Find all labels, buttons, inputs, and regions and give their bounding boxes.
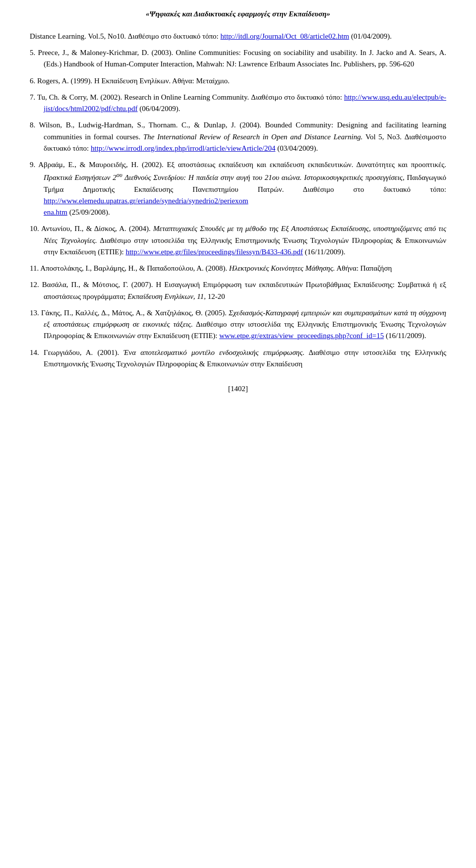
ref-14-num: 14. — [30, 348, 44, 356]
ref-13-pre: Γάκης, Π., Καλλές, Δ., Μάτος, Α., & Χατζ… — [41, 309, 229, 317]
ref-10-after: (16/11/2009). — [303, 248, 345, 256]
ref-8-after: (03/04/2009). — [275, 144, 318, 152]
ref-8-num: 8. — [30, 121, 39, 129]
ref-6-num: 6. — [30, 77, 37, 85]
ref-9-after: (25/09/2008). — [67, 208, 110, 216]
ref-5-num: 5. — [30, 49, 38, 57]
ref-13-after: (16/11/2009). — [384, 332, 426, 340]
ref-intro: Distance Learning. Vol.5, No10. Διαθέσιμ… — [30, 30, 446, 42]
ref-13-num: 13. — [30, 309, 41, 317]
ref-13-link[interactable]: www.etpe.gr/extras/view_proceedings.php?… — [219, 332, 384, 340]
ref-7-pre: Tu, Ch. & Corry, M. (2002). Research in … — [37, 93, 344, 101]
ref-11-num: 11. — [30, 264, 40, 272]
ref-11-pre: Αποστολάκης, Ι., Βαρλάμης, Η., & Παπαδοπ… — [40, 264, 229, 272]
ref-intro-link[interactable]: http://itdl.org/Journal/Oct_08/article02… — [221, 32, 350, 40]
ref-5-text: Preece, J., & Maloney-Krichmar, D. (2003… — [38, 49, 446, 68]
ref-intro-text: Distance Learning. Vol.5, No10. Διαθέσιμ… — [30, 32, 221, 40]
ref-10-pre: Αντωνίου, Π., & Δίσκος, Α. (2004). — [41, 225, 153, 232]
ref-9-italic: Πρακτικά Εισηγήσεων 2ου Διεθνούς Συνεδρί… — [44, 174, 405, 181]
main-content: Distance Learning. Vol.5, No10. Διαθέσιμ… — [30, 30, 446, 370]
page-number: [1402] — [228, 385, 248, 393]
ref-item-12: 12. Βασάλα, Π., & Μότσιος, Γ. (2007). Η … — [30, 279, 446, 302]
ref-7-num: 7. — [30, 93, 37, 101]
ref-11-italic: Ηλεκτρονικές Κοινότητες Μάθησης. — [229, 264, 335, 272]
ref-14-italic: Ένα αποτελεσματικό μοντέλο ενδοσχολικής … — [123, 348, 304, 356]
ref-item-8: 8. Wilson, B., Ludwig-Hardman, S., Thorn… — [30, 119, 446, 154]
ref-10-link[interactable]: http://www.etpe.gr/files/proceedings/fil… — [125, 248, 303, 256]
ref-12-pre: Βασάλα, Π., & Μότσιος, Γ. (2007). Η Εισα… — [42, 281, 446, 300]
ref-item-14: 14. Γεωργιάδου, Α. (2001). Ένα αποτελεσμ… — [30, 347, 446, 370]
ref-item-11: 11. Αποστολάκης, Ι., Βαρλάμης, Η., & Παπ… — [30, 263, 446, 274]
ref-item-7: 7. Tu, Ch. & Corry, M. (2002). Research … — [30, 92, 446, 115]
page-header: «Ψηφιακές και Διαδικτυακές εφαρμογές στη… — [30, 10, 446, 18]
ref-8-link[interactable]: http://www.irrodl.org/index.php/irrodl/a… — [91, 144, 275, 152]
ref-item-6: 6. Rogers, A. (1999). Η Εκπαίδευση Ενηλί… — [30, 75, 446, 87]
ref-12-num: 12. — [30, 281, 42, 289]
ref-intro-after: (01/04/2009). — [349, 32, 392, 40]
ref-9-num: 9. — [30, 161, 38, 169]
ref-item-9: 9. Αβραάμ, Ε., & Μαυροειδής, Η. (2002). … — [30, 159, 446, 218]
ref-9-pre: Αβραάμ, Ε., & Μαυροειδής, Η. (2002). Εξ … — [38, 161, 446, 169]
ref-7-after: (06/04/2009). — [138, 105, 180, 113]
ref-10-num: 10. — [30, 225, 41, 232]
ref-12-italic: Εκπαίδευση Ενηλίκων, 11, — [127, 292, 206, 300]
ref-14-pre: Γεωργιάδου, Α. (2001). — [44, 348, 123, 356]
ref-8-italic: The International Review of Research in … — [143, 133, 363, 141]
header-title: «Ψηφιακές και Διαδικτυακές εφαρμογές στη… — [146, 10, 330, 18]
ref-12-after: 12-20 — [206, 292, 225, 300]
ref-11-after: Αθήνα: Παπαζήση — [335, 264, 392, 272]
ref-item-13: 13. Γάκης, Π., Καλλές, Δ., Μάτος, Α., & … — [30, 307, 446, 342]
ref-item-10: 10. Αντωνίου, Π., & Δίσκος, Α. (2004). Μ… — [30, 223, 446, 258]
page-footer: [1402] — [30, 385, 446, 393]
ref-item-5: 5. Preece, J., & Maloney-Krichmar, D. (2… — [30, 47, 446, 70]
ref-6-text: Rogers, A. (1999). Η Εκπαίδευση Ενηλίκων… — [37, 77, 230, 85]
